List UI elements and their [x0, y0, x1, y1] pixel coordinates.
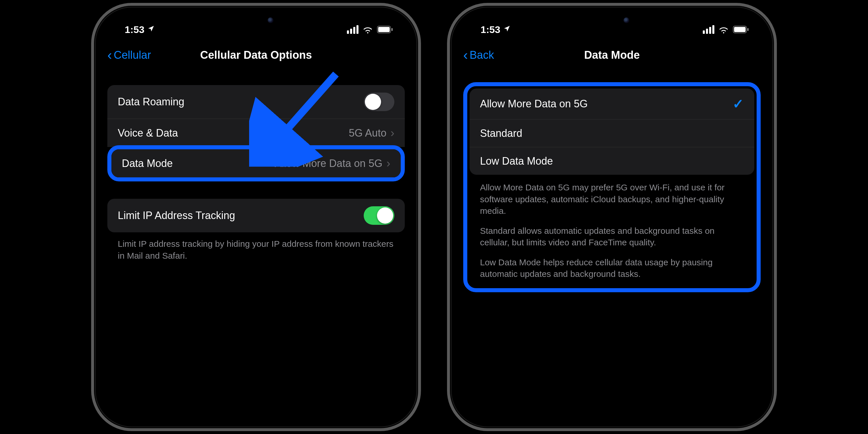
row-limit-ip-tracking[interactable]: Limit IP Address Tracking	[107, 199, 405, 232]
row-value: 5G Auto	[349, 127, 386, 139]
highlight-annotation: Allow More Data on 5G ✓ Standard Low Dat…	[463, 82, 761, 292]
row-value: Allow More Data on 5G	[275, 157, 382, 169]
volume-down-button	[91, 214, 92, 255]
notch	[557, 10, 667, 30]
checkmark-icon: ✓	[733, 96, 744, 112]
chevron-right-icon: ›	[386, 157, 390, 170]
chevron-left-icon: ‹	[463, 48, 468, 62]
option-standard[interactable]: Standard	[470, 119, 754, 147]
notch	[201, 10, 311, 30]
svg-rect-6	[747, 28, 748, 31]
chevron-left-icon: ‹	[107, 48, 112, 62]
volume-up-button	[91, 162, 92, 203]
settings-group-data: Data Roaming Voice & Data 5G Auto ›	[107, 85, 405, 147]
row-data-roaming[interactable]: Data Roaming	[107, 85, 405, 119]
screen: 1:53 ‹ Cellular Cellular Data Option	[99, 10, 413, 424]
phone-right: 1:53 ‹ Back Data Mode	[447, 3, 777, 431]
limit-ip-tracking-toggle[interactable]	[364, 206, 394, 225]
wifi-icon	[718, 26, 729, 34]
status-time: 1:53	[480, 24, 500, 35]
nav-bar: ‹ Back Data Mode	[455, 39, 769, 73]
row-voice-data[interactable]: Voice & Data 5G Auto ›	[107, 119, 405, 147]
settings-group-tracking: Limit IP Address Tracking	[107, 199, 405, 232]
battery-icon	[377, 26, 393, 33]
row-label: Voice & Data	[118, 127, 178, 139]
back-button[interactable]: ‹ Back	[463, 48, 494, 62]
mute-switch	[91, 127, 92, 148]
data-mode-options-group: Allow More Data on 5G ✓ Standard Low Dat…	[470, 89, 754, 175]
power-button	[421, 171, 421, 235]
location-icon	[147, 25, 155, 34]
screen: 1:53 ‹ Back Data Mode	[455, 10, 769, 424]
option-low-data-mode[interactable]: Low Data Mode	[470, 147, 754, 175]
cellular-signal-icon	[347, 25, 359, 34]
row-data-mode[interactable]: Data Mode Allow More Data on 5G ›	[112, 149, 401, 177]
row-label: Limit IP Address Tracking	[118, 210, 235, 222]
status-time: 1:53	[125, 24, 144, 35]
cellular-signal-icon	[703, 25, 714, 34]
front-camera-icon	[623, 18, 629, 23]
volume-up-button	[447, 162, 447, 203]
front-camera-icon	[268, 18, 273, 23]
svg-rect-5	[734, 27, 746, 32]
mode-description-3: Low Data Mode helps reduce cellular data…	[470, 249, 754, 286]
option-label: Low Data Mode	[480, 155, 553, 167]
option-label: Allow More Data on 5G	[480, 98, 588, 110]
group-footer-text: Limit IP address tracking by hiding your…	[107, 232, 405, 261]
wifi-icon	[363, 26, 373, 34]
location-icon	[503, 25, 511, 34]
row-label: Data Roaming	[118, 96, 184, 108]
mode-description-1: Allow More Data on 5G may prefer 5G over…	[470, 175, 754, 217]
row-label: Data Mode	[122, 157, 173, 169]
back-label: Back	[470, 49, 494, 61]
svg-rect-1	[378, 27, 390, 32]
battery-icon	[733, 26, 749, 33]
option-allow-more-5g[interactable]: Allow More Data on 5G ✓	[470, 89, 754, 119]
back-label: Cellular	[114, 49, 151, 61]
power-button	[776, 171, 777, 235]
mode-description-2: Standard allows automatic updates and ba…	[470, 217, 754, 249]
nav-bar: ‹ Cellular Cellular Data Options	[99, 39, 413, 73]
option-label: Standard	[480, 127, 522, 140]
page-title: Data Mode	[455, 49, 769, 61]
mute-switch	[447, 127, 447, 148]
svg-rect-2	[392, 28, 393, 31]
data-roaming-toggle[interactable]	[364, 93, 394, 111]
phone-left: 1:53 ‹ Cellular Cellular Data Option	[91, 3, 421, 431]
chevron-right-icon: ›	[391, 126, 394, 140]
highlight-annotation: Data Mode Allow More Data on 5G ›	[107, 145, 405, 181]
back-button[interactable]: ‹ Cellular	[107, 48, 151, 62]
volume-down-button	[447, 214, 447, 255]
